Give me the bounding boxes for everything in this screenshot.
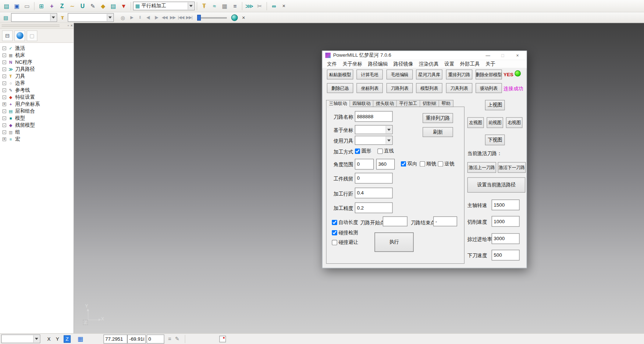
chevron-down-icon[interactable] <box>386 137 392 144</box>
grid-icon[interactable]: ▦ <box>78 335 83 343</box>
menu-workplane[interactable]: 关于坐标 <box>340 60 365 67</box>
explorer-tree-icon[interactable]: ⊟ <box>2 30 13 41</box>
step-forward-button[interactable]: |▶ <box>153 13 160 21</box>
tree-expander[interactable]: - <box>3 53 6 57</box>
strategy-dropdown[interactable]: ▦ 平行精加工 <box>133 1 195 10</box>
paste-new-model-button[interactable]: 粘贴新模型 <box>327 70 353 80</box>
list-icon[interactable]: ≡ <box>168 336 171 342</box>
tab-help[interactable]: 帮助 <box>439 100 453 107</box>
tool-list-button[interactable]: 刀具列表 <box>446 83 472 93</box>
chevron-down-icon[interactable] <box>386 126 392 133</box>
angle-from-input[interactable] <box>355 159 374 169</box>
menu-path-edit[interactable]: 路径编辑 <box>365 60 391 67</box>
pattern-icon[interactable]: U <box>78 1 88 11</box>
menu-path-mirror[interactable]: 路径镜像 <box>391 60 416 67</box>
axis-z-toggle[interactable]: Z <box>64 335 71 343</box>
method-circle-checkbox[interactable] <box>355 148 360 154</box>
drive-list-button[interactable]: 驱动列表 <box>476 83 502 93</box>
collision-check-checkbox[interactable] <box>332 230 337 236</box>
bidirectional-checkbox[interactable] <box>401 161 406 167</box>
toolpath-check-icon[interactable]: ≈ <box>210 1 220 11</box>
view-left-button[interactable]: 左视图 <box>467 117 484 128</box>
tree-expander[interactable]: - <box>3 95 6 99</box>
tree-item-groups[interactable]: - ▥ 组 <box>0 129 74 136</box>
auto-length-checkbox[interactable] <box>332 220 337 225</box>
feature-set-icon[interactable]: ◆ <box>98 1 108 11</box>
tree-item-boundaries[interactable]: - ○ 边界 <box>0 80 74 87</box>
calculator-icon[interactable]: ▦ <box>220 1 230 11</box>
sim-speed-slider[interactable] <box>197 15 227 21</box>
chevron-down-icon[interactable] <box>188 3 194 10</box>
stock-model-icon[interactable]: ▼ <box>119 1 129 11</box>
curve-icon[interactable]: ∼ <box>67 1 77 11</box>
conventional-checkbox[interactable] <box>438 161 443 167</box>
stepover-input[interactable] <box>355 187 393 198</box>
tolerance-input[interactable] <box>355 203 393 213</box>
tab-4axis[interactable]: 四轴联动 <box>350 100 373 107</box>
tree-item-nc-programs[interactable]: - N NC程序 <box>0 59 74 66</box>
method-line-checkbox[interactable] <box>377 148 383 154</box>
glasses-icon[interactable]: ∞ <box>269 1 279 11</box>
tree-item-workplanes[interactable]: + + 用户坐标系 <box>0 101 74 108</box>
dock-grip[interactable] <box>1 25 59 27</box>
go-to-start-button[interactable]: |◀◀ <box>177 13 184 21</box>
estimator-icon[interactable]: ≡ <box>230 1 240 11</box>
tree-expander[interactable]: - <box>3 81 6 85</box>
sim-toolbar-close-icon[interactable]: × <box>240 14 247 21</box>
tree-expander[interactable]: - <box>3 46 6 50</box>
axis-y-toggle[interactable]: Y <box>55 336 60 342</box>
sim-toolpath-combo[interactable] <box>11 13 57 22</box>
view-top-button[interactable]: 上视图 <box>485 100 505 110</box>
pencil-icon[interactable]: ✎ <box>88 1 98 11</box>
menu-external-tools[interactable]: 外部工具 <box>457 60 483 67</box>
tree-expander[interactable]: - <box>3 67 6 71</box>
tree-expander[interactable]: - <box>3 130 6 134</box>
dock-icon[interactable]: ▫ <box>68 24 69 28</box>
sim-tool-icon[interactable]: Ŧ <box>58 13 67 21</box>
tree-item-patterns[interactable]: - ✎ 参考线 <box>0 87 74 94</box>
delete-all-models-button[interactable]: 删除全部模型 <box>476 70 502 80</box>
view-front-button[interactable]: 前视图 <box>487 117 503 128</box>
view-bottom-button[interactable]: 下视图 <box>485 134 505 145</box>
toolpath-list-button[interactable]: 刀路列表 <box>387 83 413 93</box>
tree-item-macros[interactable]: + ≡ 宏 <box>0 136 74 143</box>
delete-selected-button[interactable]: 删除已选 <box>327 83 353 93</box>
climb-checkbox[interactable] <box>420 161 425 167</box>
stock-edit-button[interactable]: 毛坯编辑 <box>387 70 413 80</box>
step-back-button[interactable]: ◀| <box>145 13 152 21</box>
menu-simulation[interactable]: 渲染仿真 <box>416 60 441 67</box>
tree-item-activate[interactable]: - ✓ 激活 <box>0 45 74 52</box>
coord-x-field[interactable] <box>104 334 128 344</box>
levels-icon[interactable]: ▤ <box>108 1 118 11</box>
toolbar-close-icon[interactable]: × <box>280 2 288 10</box>
tree-item-toolpaths[interactable]: - ≫ 刀具路径 <box>0 66 74 73</box>
play-button[interactable]: ▶ <box>128 13 135 21</box>
set-active-path-button[interactable]: 设置当前激活路径 <box>467 178 525 193</box>
chevron-down-icon[interactable] <box>50 14 56 21</box>
axis-x-toggle[interactable]: X <box>46 336 51 342</box>
tab-3axis[interactable]: 三轴联动 <box>326 100 350 107</box>
menu-settings[interactable]: 设置 <box>441 60 457 67</box>
tree-item-feature-sets[interactable]: - ◆ 特征设置 <box>0 94 74 101</box>
tab-parallel[interactable]: 平行加工 <box>397 100 420 107</box>
lightbulb-icon[interactable]: ◎ <box>119 13 127 21</box>
clock-icon[interactable] <box>231 14 238 21</box>
annotate-icon[interactable]: ✎ <box>175 336 179 342</box>
tree-expander[interactable]: + <box>3 137 6 141</box>
zlevel-icon[interactable]: Z <box>57 1 67 11</box>
collision-check-option[interactable]: 碰撞检测 <box>332 229 358 236</box>
coord-z-field[interactable] <box>147 334 164 344</box>
tool-icon[interactable]: Ŧ <box>199 1 209 11</box>
tree-item-machine[interactable]: - ▦ 机床 <box>0 52 74 59</box>
view-right-button[interactable]: 右视图 <box>506 117 523 128</box>
auto-length-option[interactable]: 自动长度 <box>332 219 358 226</box>
dialog-titlebar[interactable]: PowerMILL 忆梦星河 7.0.6 — □ × <box>323 51 527 60</box>
cutting-feed-input[interactable] <box>492 216 520 227</box>
method-circle-option[interactable]: 圆形 <box>355 148 371 155</box>
sim-tool-combo[interactable] <box>68 13 114 22</box>
tree-item-levels-sets[interactable]: - ▤ 层和组合 <box>0 108 74 115</box>
menu-about[interactable]: 关于 <box>483 60 498 67</box>
minimize-button[interactable]: — <box>482 53 494 58</box>
bidirectional-option[interactable]: 双向 <box>401 161 417 168</box>
sim-toolpath-icon[interactable]: ▤ <box>1 13 10 21</box>
